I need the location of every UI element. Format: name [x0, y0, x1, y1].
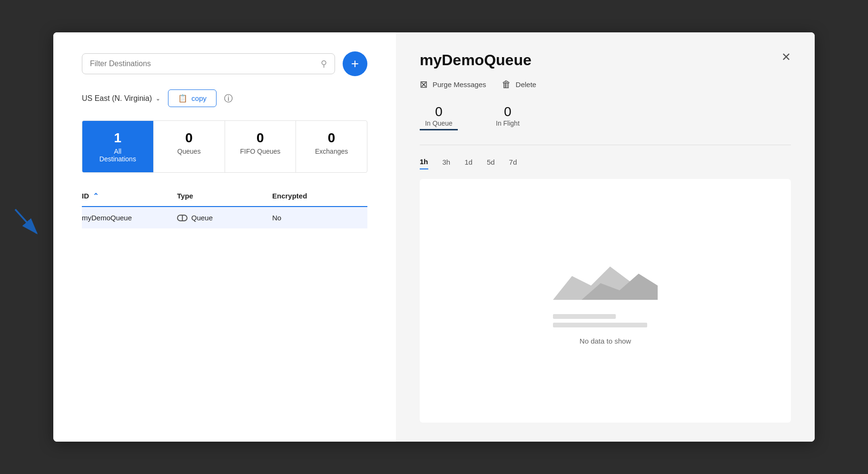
in-flight-number: 0 [496, 104, 520, 119]
stat-number-all: 1 [92, 130, 144, 146]
stat-label-fifo: FIFO Queues [235, 148, 286, 155]
tab-1d[interactable]: 1d [464, 155, 473, 169]
chart-graphic [553, 257, 658, 305]
delete-label: Delete [516, 80, 536, 89]
tab-5d[interactable]: 5d [487, 155, 495, 169]
chart-bar-1 [553, 314, 616, 319]
chart-bars [553, 314, 658, 327]
stat-number-exchanges: 0 [306, 130, 357, 146]
divider [420, 145, 791, 145]
cell-type: Queue [177, 214, 272, 222]
region-dropdown[interactable]: US East (N. Virginia) ⌄ [82, 94, 160, 103]
stat-tile-exchanges[interactable]: 0 Exchanges [296, 121, 367, 172]
close-button[interactable]: ✕ [781, 51, 791, 63]
stat-label-all: AllDestinations [92, 148, 144, 163]
purge-messages-button[interactable]: ⊠ Purge Messages [420, 79, 486, 90]
chart-area: No data to show [420, 179, 791, 423]
chart-bar-2 [553, 323, 647, 327]
sort-asc-icon: ⌃ [93, 192, 99, 200]
time-tabs: 1h 3h 1d 5d 7d [420, 155, 791, 169]
copy-button[interactable]: 📋 copy [168, 89, 217, 107]
search-row: ⚲ + [82, 51, 367, 76]
delete-icon: 🗑 [502, 79, 511, 90]
stat-number-fifo: 0 [235, 130, 286, 146]
stat-tile-all-destinations[interactable]: 1 AllDestinations [82, 121, 154, 172]
add-button[interactable]: + [343, 51, 367, 76]
stats-row: 1 AllDestinations 0 Queues 0 FIFO Queues… [82, 120, 367, 173]
purge-icon: ⊠ [420, 79, 428, 90]
in-queue-number: 0 [420, 104, 458, 119]
search-input[interactable] [90, 59, 316, 68]
col-header-id[interactable]: ID ⌃ [82, 192, 177, 200]
col-header-encrypted: Encrypted [272, 192, 367, 200]
tab-3h[interactable]: 3h [443, 155, 451, 169]
region-label: US East (N. Virginia) [82, 94, 152, 103]
search-icon: ⚲ [321, 59, 327, 69]
in-flight-stat: 0 In Flight [496, 104, 520, 130]
right-header: myDemoQueue ✕ [420, 51, 791, 69]
right-panel: myDemoQueue ✕ ⊠ Purge Messages 🗑 Delete … [396, 32, 815, 442]
search-box[interactable]: ⚲ [82, 53, 335, 74]
stat-number-queues: 0 [163, 130, 215, 146]
left-panel: ⚲ + US East (N. Virginia) ⌄ 📋 copy ⓘ 1 A… [53, 32, 396, 442]
tab-7d[interactable]: 7d [509, 155, 517, 169]
in-flight-label: In Flight [496, 119, 520, 127]
table-section: ID ⌃ Type Encrypted myDemoQueue Queue No [82, 186, 367, 423]
right-stats: 0 In Queue 0 In Flight [420, 99, 791, 135]
tab-1h[interactable]: 1h [420, 155, 428, 169]
no-data-text: No data to show [580, 337, 631, 345]
in-queue-stat: 0 In Queue [420, 104, 458, 130]
stat-label-queues: Queues [163, 148, 215, 155]
col-header-type: Type [177, 192, 272, 200]
table-header: ID ⌃ Type Encrypted [82, 186, 367, 207]
in-queue-label: In Queue [420, 119, 458, 127]
action-row: ⊠ Purge Messages 🗑 Delete [420, 79, 791, 90]
copy-icon: 📋 [178, 94, 187, 103]
purge-label: Purge Messages [433, 80, 486, 89]
copy-label: copy [191, 94, 207, 102]
stat-tile-queues[interactable]: 0 Queues [154, 121, 225, 172]
region-row: US East (N. Virginia) ⌄ 📋 copy ⓘ [82, 89, 367, 107]
info-icon[interactable]: ⓘ [224, 93, 233, 104]
stat-tile-fifo[interactable]: 0 FIFO Queues [225, 121, 296, 172]
table-row[interactable]: myDemoQueue Queue No [82, 207, 367, 228]
cell-id: myDemoQueue [82, 214, 177, 222]
stat-label-exchanges: Exchanges [306, 148, 357, 155]
chevron-down-icon: ⌄ [156, 95, 160, 102]
cell-encrypted: No [272, 214, 367, 222]
right-panel-title: myDemoQueue [420, 51, 532, 69]
queue-type-icon [177, 215, 187, 221]
delete-button[interactable]: 🗑 Delete [502, 79, 536, 90]
in-queue-underline [420, 129, 458, 130]
